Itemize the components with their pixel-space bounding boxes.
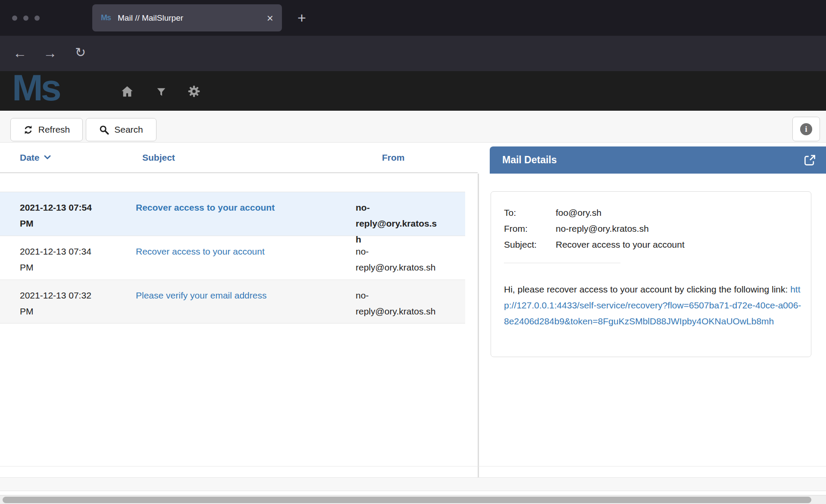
refresh-button-label: Refresh xyxy=(38,124,70,135)
window-dot-icon[interactable] xyxy=(34,16,40,21)
refresh-icon xyxy=(23,125,33,135)
mail-list: 2021-12-13 07:54 PM Recover access to yo… xyxy=(0,192,465,324)
search-button-label: Search xyxy=(114,124,143,135)
panel-divider xyxy=(478,174,479,477)
mail-details-title: Mail Details xyxy=(502,154,803,166)
mail-list-header: Date Subject From xyxy=(0,143,478,173)
info-icon: i xyxy=(800,123,812,135)
to-label: To: xyxy=(504,205,556,221)
mail-subject: Please verify your email address xyxy=(136,287,351,323)
mailslurper-favicon-icon: Ms xyxy=(101,13,111,22)
horizontal-scrollbar[interactable] xyxy=(0,495,826,504)
mail-subject-link[interactable]: Recover access to your account xyxy=(136,202,275,212)
forward-button[interactable]: → xyxy=(43,46,57,60)
search-button[interactable]: Search xyxy=(86,118,156,141)
mail-from: no-reply@ory.kratos.sh xyxy=(356,199,440,236)
window-controls[interactable] xyxy=(12,16,40,21)
info-button[interactable]: i xyxy=(792,117,820,141)
details-divider xyxy=(504,263,620,263)
mail-details-card: To: foo@ory.sh From: no-reply@ory.kratos… xyxy=(491,191,811,357)
mail-subject-link[interactable]: Please verify your email address xyxy=(136,290,266,300)
from-value: no-reply@ory.kratos.sh xyxy=(556,221,649,236)
table-row[interactable]: 2021-12-13 07:34 PM Recover access to yo… xyxy=(0,236,465,280)
browser-titlebar: Ms Mail // MailSlurper × + xyxy=(0,0,826,36)
mail-details-header: Mail Details xyxy=(490,146,826,174)
to-value: foo@ory.sh xyxy=(556,205,601,221)
refresh-button[interactable]: Refresh xyxy=(10,118,83,141)
table-row[interactable]: 2021-12-13 07:32 PM Please verify your e… xyxy=(0,280,465,324)
reload-button[interactable]: ↻ xyxy=(75,46,86,59)
mail-subject: Recover access to your account xyxy=(136,199,351,236)
subject-value: Recover access to your account xyxy=(556,236,685,252)
window-dot-icon[interactable] xyxy=(23,16,28,21)
column-header-subject[interactable]: Subject xyxy=(136,152,351,163)
mail-date: 2021-12-13 07:34 PM xyxy=(20,243,100,280)
column-header-from[interactable]: From xyxy=(351,152,440,163)
column-header-date-label: Date xyxy=(20,152,40,163)
mail-date: 2021-12-13 07:32 PM xyxy=(20,287,100,323)
from-label: From: xyxy=(504,221,556,236)
browser-tab[interactable]: Ms Mail // MailSlurper × xyxy=(92,4,282,31)
column-header-date[interactable]: Date xyxy=(20,152,136,163)
mail-subject: Recover access to your account xyxy=(136,243,351,280)
sort-chevron-down-icon xyxy=(44,155,51,160)
table-row[interactable]: 2021-12-13 07:54 PM Recover access to yo… xyxy=(0,192,465,236)
subject-label: Subject: xyxy=(504,236,556,252)
back-button[interactable]: ← xyxy=(13,46,27,60)
mailslurper-logo[interactable]: Ms xyxy=(12,67,59,108)
mail-body-text: Hi, please recover access to your accoun… xyxy=(504,284,790,294)
content-bottom-border xyxy=(0,466,826,467)
mail-from: no-reply@ory.kratos.sh xyxy=(356,287,440,323)
gear-icon[interactable] xyxy=(187,84,201,98)
horizontal-scrollbar-thumb[interactable] xyxy=(3,497,811,503)
filter-icon[interactable] xyxy=(155,86,167,98)
new-tab-button[interactable]: + xyxy=(297,10,306,25)
mail-date: 2021-12-13 07:54 PM xyxy=(20,199,100,236)
mail-body: Hi, please recover access to your accoun… xyxy=(504,281,806,329)
search-icon xyxy=(99,125,109,135)
tab-close-icon[interactable]: × xyxy=(267,12,273,24)
external-link-icon[interactable] xyxy=(803,153,817,167)
footer-strip xyxy=(0,477,826,491)
window-dot-icon[interactable] xyxy=(12,16,17,21)
mail-from: no-reply@ory.kratos.sh xyxy=(356,243,440,280)
mail-subject-link[interactable]: Recover access to your account xyxy=(136,246,265,256)
home-icon[interactable] xyxy=(120,84,135,99)
tab-title: Mail // MailSlurper xyxy=(118,13,267,23)
browser-toolbar: ← → ↻ 127.0.0.1:4436/# 90% » ≡ xyxy=(0,36,826,71)
